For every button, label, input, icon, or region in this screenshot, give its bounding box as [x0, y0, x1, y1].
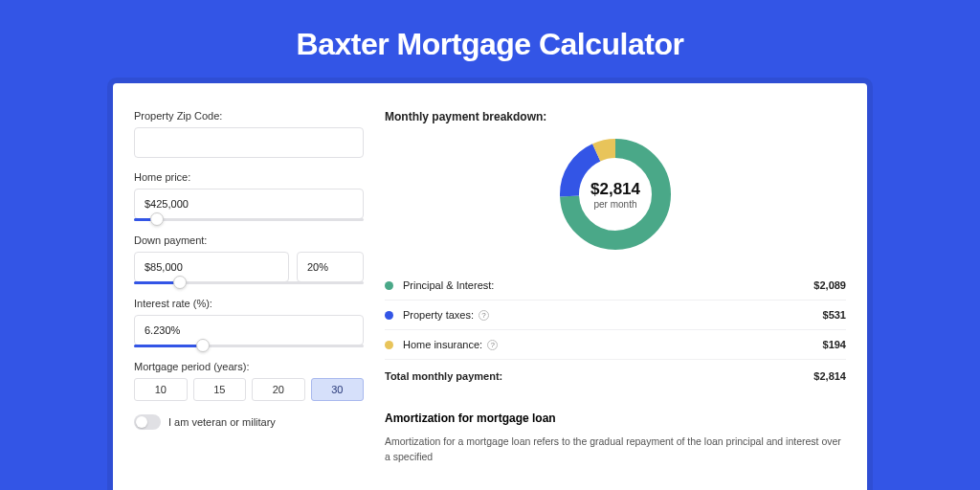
input-column: Property Zip Code: Home price: Down paym… — [134, 110, 364, 490]
donut-sub: per month — [593, 199, 636, 210]
legend-label-total: Total monthly payment: — [385, 370, 813, 382]
down-payment-slider-thumb[interactable] — [173, 276, 187, 289]
amortization-title: Amortization for mortgage loan — [385, 412, 846, 425]
period-option-15[interactable]: 15 — [193, 378, 247, 401]
donut-chart: $2,814 per month — [385, 135, 846, 254]
interest-slider-thumb[interactable] — [196, 339, 210, 352]
breakdown-title: Monthly payment breakdown: — [385, 110, 846, 123]
legend-dot-icon — [385, 311, 393, 320]
amortization-section: Amortization for mortgage loan Amortizat… — [385, 412, 846, 465]
legend-value-total: $2,814 — [813, 370, 846, 382]
legend-row-total: Total monthly payment: $2,814 — [385, 360, 846, 390]
down-payment-slider[interactable] — [134, 281, 364, 284]
down-payment-pct-input[interactable] — [297, 252, 364, 282]
legend-row-insurance: Home insurance: ? $194 — [385, 330, 846, 360]
breakdown-column: Monthly payment breakdown: $2,814 per mo… — [385, 110, 846, 490]
home-price-field: Home price: — [134, 171, 364, 221]
legend-label-insurance: Home insurance: ? — [403, 339, 823, 350]
zip-field: Property Zip Code: — [134, 110, 364, 158]
amortization-text: Amortization for a mortgage loan refers … — [385, 434, 846, 465]
legend-label-principal: Principal & Interest: — [403, 279, 813, 291]
help-icon[interactable]: ? — [487, 340, 498, 350]
legend-value-principal: $2,089 — [813, 279, 846, 291]
down-payment-field: Down payment: — [134, 234, 364, 284]
legend-row-principal: Principal & Interest: $2,089 — [385, 271, 846, 301]
home-price-slider-thumb[interactable] — [150, 212, 164, 226]
veteran-field: I am veteran or military — [134, 414, 364, 430]
home-price-input[interactable] — [134, 189, 364, 219]
legend-value-insurance: $194 — [823, 339, 846, 350]
legend-dot-icon — [385, 281, 393, 290]
home-price-label: Home price: — [134, 171, 364, 183]
down-payment-label: Down payment: — [134, 234, 364, 246]
period-option-30[interactable]: 30 — [311, 378, 365, 401]
interest-input[interactable] — [134, 315, 364, 345]
zip-label: Property Zip Code: — [134, 110, 364, 122]
period-field: Mortgage period (years): 10 15 20 30 — [134, 361, 364, 401]
legend-row-taxes: Property taxes: ? $531 — [385, 301, 846, 330]
period-option-10[interactable]: 10 — [134, 378, 188, 401]
down-payment-input[interactable] — [134, 252, 289, 282]
veteran-label: I am veteran or military — [168, 416, 276, 428]
page-title: Baxter Mortgage Calculator — [0, 0, 980, 83]
help-icon[interactable]: ? — [479, 310, 489, 321]
legend-dot-icon — [385, 341, 393, 349]
period-label: Mortgage period (years): — [134, 361, 364, 372]
interest-field: Interest rate (%): — [134, 298, 364, 347]
interest-label: Interest rate (%): — [134, 298, 364, 309]
period-option-20[interactable]: 20 — [252, 378, 305, 401]
zip-input[interactable] — [134, 127, 364, 158]
home-price-slider[interactable] — [134, 218, 364, 221]
calculator-panel: Property Zip Code: Home price: Down paym… — [113, 83, 867, 490]
interest-slider[interactable] — [134, 345, 364, 347]
donut-amount: $2,814 — [590, 180, 640, 199]
legend-value-taxes: $531 — [823, 309, 846, 321]
veteran-toggle[interactable] — [134, 414, 161, 430]
legend-label-taxes: Property taxes: ? — [403, 309, 823, 321]
